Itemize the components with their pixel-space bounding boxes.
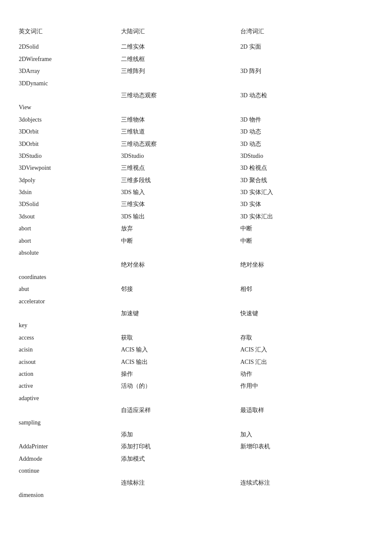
cell-tw: 中断 [239,224,358,234]
table-row: continue [17,465,375,477]
cell-en: 3DOrbit [17,127,119,137]
cell-zh: 自适应采样 [119,405,239,416]
table-row: accelerator [17,296,375,308]
cell-tw: 作用中 [239,381,358,391]
table-row: 3dsout3DS 输出3D 实体汇出 [17,211,375,223]
cell-tw [239,102,358,103]
cell-zh: 三维动态观察 [119,90,239,101]
table-row: 绝对坐标绝对坐标 [17,259,375,271]
table-row: View [17,102,375,113]
table-row: AddaPrinter添加打印机新增印表机 [17,441,375,453]
cell-tw [239,296,358,297]
cell-en: key [17,320,119,331]
cell-zh: 二维实体 [119,42,239,52]
cell-en: 3dpoly [17,175,119,186]
cell-zh: 添加 [119,430,239,440]
cell-tw: 3D 检视点 [239,163,358,173]
cell-tw: 2D 实面 [239,42,358,52]
cell-zh [119,393,239,394]
cell-tw [239,466,358,467]
cell-tw: ACIS 汇出 [239,357,358,367]
table-row: 3DOrbit三维动态观察3D 动态 [17,138,375,150]
cell-zh: 三维动态观察 [119,139,239,149]
cell-zh [119,490,239,491]
cell-en: dimension [17,490,119,500]
table-row: absolute [17,247,375,259]
table-row: 3dsin3DS 输入3D 实体汇入 [17,186,375,198]
cell-tw: 3D 阵列 [239,66,358,76]
cell-zh: 添加模式 [119,454,239,464]
table-row: acisoutACIS 输出ACIS 汇出 [17,356,375,368]
cell-tw [239,248,358,249]
cell-en: abort [17,224,119,234]
cell-zh: 活动（的） [119,381,239,391]
table-row: dimension [17,489,375,501]
cell-zh: 获取 [119,333,239,343]
cell-zh [119,272,239,273]
cell-tw: 动作 [239,369,358,379]
table-row: 3DViewpoint三维视点3D 检视点 [17,162,375,174]
cell-tw: ACIS 汇入 [239,345,358,355]
cell-tw: 3D 实体汇出 [239,212,358,222]
table-row: abort中断中断 [17,235,375,247]
cell-tw [239,54,358,55]
cell-tw: 快速键 [239,308,358,319]
cell-en: 3dobjects [17,115,119,125]
cell-zh: 二维线框 [119,54,239,64]
cell-zh: 操作 [119,369,239,379]
cell-en: 3dsin [17,187,119,198]
cell-en: abut [17,284,119,294]
cell-tw: 3D 动态 [239,139,358,149]
cell-zh [119,248,239,249]
header-tw: 台湾词汇 [239,26,358,37]
cell-en: Addmode [17,454,119,464]
cell-en: accelerator [17,296,119,307]
cell-en [17,405,119,406]
cell-zh: 三维阵列 [119,66,239,76]
cell-en: acisin [17,345,119,355]
cell-zh [119,296,239,297]
cell-en: View [17,102,119,113]
cell-tw [239,490,358,491]
cell-zh [119,102,239,103]
cell-en [17,90,119,91]
cell-en: sampling [17,418,119,428]
cell-en [17,308,119,309]
cell-tw: 3D 实体汇入 [239,187,358,198]
cell-tw: 加入 [239,430,358,440]
table-row: 3dpoly三维多段线3D 聚合线 [17,174,375,186]
cell-en: adaptive [17,393,119,404]
cell-tw: 3D 物件 [239,115,358,125]
table-row: 3DOrbit三维轨道3D 动态 [17,126,375,138]
table-row: 三维动态观察3D 动态检 [17,90,375,102]
cell-en: 3DArray [17,66,119,76]
table-row: 连续标注连续式标注 [17,477,375,489]
table-row: key [17,320,375,331]
vocabulary-table: 英文词汇 大陆词汇 台湾词汇 2DSolid二维实体2D 实面2DWirefra… [17,26,375,501]
table-row: 2DWireframe二维线框 [17,53,375,65]
cell-en: 3dsout [17,212,119,222]
cell-en [17,260,119,261]
table-row: abut邻接相邻 [17,283,375,295]
cell-en: access [17,333,119,343]
cell-en: action [17,369,119,379]
table-row: acisinACIS 输入ACIS 汇入 [17,344,375,356]
cell-en: 3DOrbit [17,139,119,149]
cell-en: coordinates [17,272,119,282]
cell-tw: 最适取样 [239,405,358,416]
cell-tw: 绝对坐标 [239,260,358,270]
cell-en: active [17,381,119,391]
cell-en: 3DSolid [17,199,119,209]
table-row: 3DStudio3DStudio3DStudio [17,150,375,162]
table-row: active活动（的）作用中 [17,380,375,392]
cell-tw [239,418,358,418]
table-row: 加速键快速键 [17,308,375,320]
cell-zh: 邻接 [119,284,239,294]
table-row: 3dobjects三维物体3D 物件 [17,114,375,126]
cell-zh: ACIS 输入 [119,345,239,355]
cell-tw [239,320,358,321]
cell-zh: 三维视点 [119,163,239,173]
table-row: 添加加入 [17,429,375,441]
table-row: abort放弃中断 [17,223,375,235]
header-zh: 大陆词汇 [119,26,239,37]
